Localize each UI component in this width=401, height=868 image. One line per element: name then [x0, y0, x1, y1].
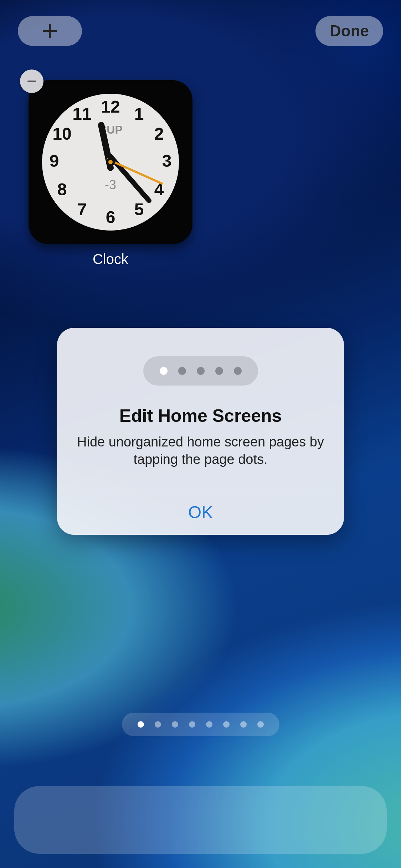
page-dot[interactable]	[240, 721, 247, 728]
svg-text:10: 10	[52, 124, 71, 143]
alert-ok-button[interactable]: OK	[57, 490, 344, 535]
svg-text:5: 5	[134, 200, 144, 219]
svg-point-19	[108, 160, 113, 164]
alert-body: Hide unorganized home screen pages by ta…	[75, 433, 326, 469]
alert-ok-label: OK	[188, 503, 213, 522]
svg-text:2: 2	[154, 124, 164, 143]
dock[interactable]	[14, 786, 387, 854]
page-dot[interactable]	[189, 721, 195, 728]
edit-home-screens-alert: Edit Home Screens Hide unorganized home …	[57, 328, 344, 535]
svg-text:9: 9	[50, 151, 59, 170]
svg-text:8: 8	[57, 180, 67, 199]
widget-label: Clock	[29, 251, 192, 267]
page-dot	[178, 367, 186, 375]
page-dot	[197, 367, 205, 375]
page-dot	[215, 367, 223, 375]
analog-clock-face-icon: 12 1 2 3 4 5 6 7 8 9 10 11 CUP -3	[39, 91, 182, 233]
page-dot[interactable]	[223, 721, 230, 728]
plus-icon	[42, 23, 58, 39]
svg-text:6: 6	[106, 208, 115, 227]
minus-icon	[26, 75, 38, 87]
page-dot[interactable]	[206, 721, 212, 728]
svg-text:3: 3	[162, 151, 172, 170]
page-dot[interactable]	[155, 721, 161, 728]
page-dot[interactable]	[172, 721, 178, 728]
clock-widget[interactable]: 12 1 2 3 4 5 6 7 8 9 10 11 CUP -3	[29, 80, 192, 244]
remove-widget-button[interactable]	[20, 69, 43, 93]
page-dot	[234, 367, 242, 375]
svg-text:7: 7	[77, 200, 87, 219]
svg-text:12: 12	[101, 97, 120, 116]
alert-content: Edit Home Screens Hide unorganized home …	[57, 328, 344, 490]
page-dot	[160, 367, 168, 375]
clock-widget-container[interactable]: 12 1 2 3 4 5 6 7 8 9 10 11 CUP -3	[29, 80, 192, 267]
page-indicator[interactable]	[122, 713, 279, 736]
page-dot[interactable]	[138, 721, 144, 728]
alert-title: Edit Home Screens	[75, 405, 326, 426]
home-screen-edit-mode: Done 12 1 2 3 4 5 6 7 8	[0, 0, 401, 868]
svg-text:-3: -3	[105, 177, 116, 192]
page-dots-preview	[143, 356, 258, 386]
done-button[interactable]: Done	[315, 16, 383, 46]
page-dot[interactable]	[257, 721, 264, 728]
svg-text:11: 11	[72, 104, 91, 123]
svg-text:1: 1	[134, 104, 144, 123]
add-widget-button[interactable]	[18, 16, 82, 46]
done-label: Done	[330, 22, 369, 40]
